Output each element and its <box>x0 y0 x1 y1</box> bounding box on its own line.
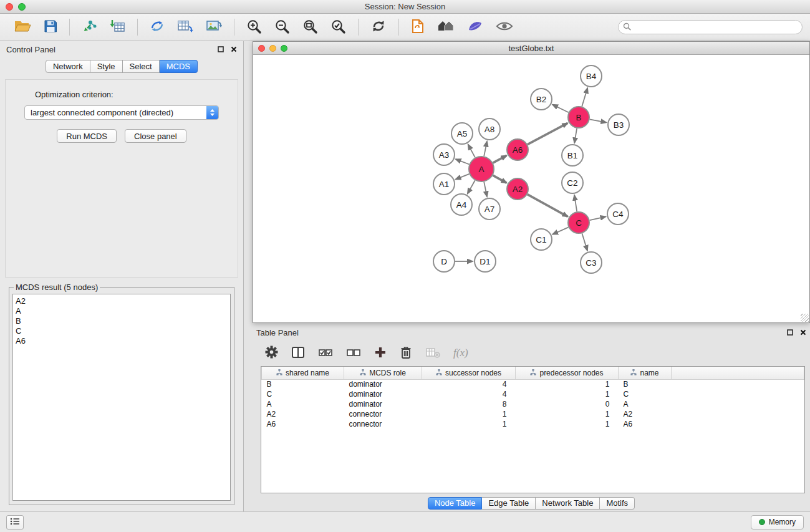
new-table-button[interactable] <box>175 17 196 37</box>
table-cell[interactable]: A2 <box>619 409 672 419</box>
table-cell[interactable]: A6 <box>262 419 344 429</box>
edge-B-B1[interactable] <box>574 128 577 143</box>
graph-node-C3[interactable]: C3 <box>581 252 602 273</box>
zoom-window-button[interactable] <box>18 3 26 11</box>
zoom-selected-button[interactable] <box>328 17 349 37</box>
import-network-button[interactable] <box>79 17 99 37</box>
table-tab-node-table[interactable]: Node Table <box>428 497 483 510</box>
export-image-button[interactable] <box>203 17 224 37</box>
graph-node-C4[interactable]: C4 <box>607 203 629 225</box>
edge-A6-B[interactable] <box>528 123 567 144</box>
memory-button[interactable]: Memory <box>751 515 804 530</box>
deselect-all-columns-button[interactable] <box>346 346 361 360</box>
table-cell[interactable]: 8 <box>422 399 516 409</box>
graph-node-C1[interactable]: C1 <box>531 229 552 250</box>
graph-node-A7[interactable]: A7 <box>479 198 500 220</box>
table-cell[interactable]: A <box>619 399 672 409</box>
table-settings-button[interactable] <box>265 346 278 360</box>
float-table-panel-button[interactable] <box>787 329 793 336</box>
table-cell[interactable]: 1 <box>422 409 516 419</box>
graph-node-A4[interactable]: A4 <box>451 194 472 215</box>
open-document-button[interactable] <box>408 17 427 37</box>
edge-C-C4[interactable] <box>590 216 606 220</box>
open-session-button[interactable] <box>11 18 34 36</box>
table-tab-network-table[interactable]: Network Table <box>536 497 600 510</box>
import-table-button[interactable] <box>107 17 128 37</box>
zoom-in-button[interactable] <box>244 17 264 37</box>
table-tab-edge-table[interactable]: Edge Table <box>482 497 536 510</box>
table-cell[interactable]: 0 <box>516 399 619 409</box>
show-columns-button[interactable] <box>291 346 305 360</box>
table-row[interactable]: A2connector11A2 <box>262 409 804 419</box>
table-cell[interactable]: C <box>619 389 672 399</box>
table-cell[interactable]: connector <box>344 409 422 419</box>
column-header-predecessor-nodes[interactable]: predecessor nodes <box>516 367 619 379</box>
mcds-result-item[interactable]: B <box>13 316 230 326</box>
control-tab-mcds[interactable]: MCDS <box>160 60 198 73</box>
edge-C-C3[interactable] <box>582 233 587 251</box>
edge-B-B4[interactable] <box>582 88 587 107</box>
table-cell[interactable]: B <box>619 379 672 389</box>
select-all-columns-button[interactable] <box>318 346 333 360</box>
edge-A-A8[interactable] <box>484 142 487 157</box>
table-cell[interactable]: 1 <box>516 419 619 429</box>
graph-node-C[interactable]: C <box>568 212 589 233</box>
table-cell[interactable]: C <box>262 389 344 399</box>
resize-grip[interactable] <box>801 314 809 322</box>
table-cell[interactable]: 1 <box>422 419 516 429</box>
close-table-panel-button[interactable] <box>800 329 806 336</box>
edge-A-A6[interactable] <box>493 155 507 163</box>
table-tab-motifs[interactable]: Motifs <box>600 497 635 510</box>
optimization-criterion-select[interactable]: largest connected component (directed) <box>24 105 219 120</box>
float-panel-button[interactable] <box>218 46 224 52</box>
close-network-window-button[interactable] <box>258 45 265 52</box>
table-cell[interactable]: 4 <box>422 389 516 399</box>
graph-node-B[interactable]: B <box>568 107 589 128</box>
new-network-button[interactable] <box>147 17 167 37</box>
table-row[interactable]: Cdominator41C <box>262 389 804 399</box>
close-panel-button[interactable]: Close panel <box>125 129 186 143</box>
hidden-panels-button[interactable] <box>6 515 24 530</box>
network-canvas[interactable]: B4B2BB3A8A5A6B1A3AC2A1A2A4A7C4CC1DD1C3 <box>253 55 809 322</box>
mcds-result-list[interactable]: A2ABCA6 <box>12 294 231 501</box>
graph-node-D[interactable]: D <box>433 251 455 272</box>
minimize-network-window-button[interactable] <box>269 45 276 52</box>
graph-node-A5[interactable]: A5 <box>451 123 473 144</box>
control-tab-select[interactable]: Select <box>123 60 160 73</box>
mcds-result-item[interactable]: C <box>13 326 230 336</box>
mcds-result-item[interactable]: A6 <box>13 336 230 346</box>
table-cell[interactable]: dominator <box>344 399 422 409</box>
mcds-result-item[interactable]: A2 <box>13 296 230 306</box>
edge-A-A5[interactable] <box>468 145 475 158</box>
table-cell[interactable]: dominator <box>344 379 422 389</box>
column-header-mcds-role[interactable]: MCDS role <box>344 367 422 379</box>
save-session-button[interactable] <box>41 18 60 36</box>
function-builder-button[interactable]: f(x) <box>453 347 468 359</box>
column-header-shared-name[interactable]: shared name <box>262 367 344 379</box>
edge-A-A4[interactable] <box>468 180 475 193</box>
table-cell[interactable]: A6 <box>619 419 672 429</box>
graph-node-B3[interactable]: B3 <box>608 114 629 135</box>
graph-node-B1[interactable]: B1 <box>562 145 583 166</box>
delete-column-button[interactable] <box>400 346 412 361</box>
close-window-button[interactable] <box>6 3 13 11</box>
table-cell[interactable]: 1 <box>516 379 619 389</box>
table-cell[interactable]: A <box>262 399 344 409</box>
home-network-button[interactable] <box>435 17 457 37</box>
zoom-out-button[interactable] <box>272 17 292 37</box>
edge-B-B3[interactable] <box>590 119 607 122</box>
run-mcds-button[interactable]: Run MCDS <box>57 129 117 143</box>
mcds-result-item[interactable]: A <box>13 306 230 316</box>
table-cell[interactable]: 1 <box>516 389 619 399</box>
edge-A-A7[interactable] <box>484 182 487 197</box>
control-tab-style[interactable]: Style <box>90 60 123 73</box>
visual-styles-button[interactable] <box>465 17 486 37</box>
table-row[interactable]: Bdominator41B <box>262 379 804 389</box>
graph-node-A1[interactable]: A1 <box>433 173 455 195</box>
edge-A-A1[interactable] <box>456 174 470 180</box>
table-cell[interactable]: connector <box>344 419 422 429</box>
table-cell[interactable]: A2 <box>262 409 344 419</box>
graph-node-A8[interactable]: A8 <box>479 118 500 140</box>
search-input[interactable] <box>618 20 803 34</box>
table-cell[interactable]: dominator <box>344 389 422 399</box>
